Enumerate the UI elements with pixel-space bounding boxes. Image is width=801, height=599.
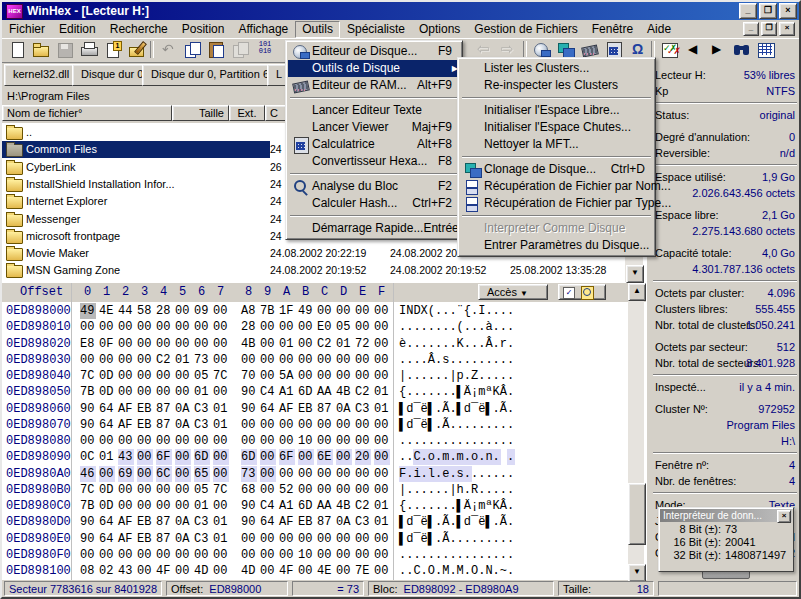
hex-byte[interactable]: 4D	[194, 563, 210, 579]
toolbar-print-button[interactable]	[78, 40, 100, 60]
hex-byte[interactable]: 00	[80, 352, 96, 368]
hex-byte[interactable]: 00	[336, 368, 352, 384]
hex-byte[interactable]: 00	[336, 433, 352, 449]
close-icon[interactable]: ×	[777, 510, 791, 523]
hex-byte[interactable]: 00	[137, 384, 153, 400]
hex-byte[interactable]: 01	[175, 352, 191, 368]
hex-byte[interactable]: 00	[213, 319, 229, 335]
hex-byte[interactable]: 00	[213, 466, 229, 482]
hex-byte[interactable]: 7C	[80, 482, 96, 498]
hex-byte[interactable]: 00	[156, 368, 172, 384]
hex-byte[interactable]: 00	[118, 352, 134, 368]
hex-byte[interactable]: 00	[156, 319, 172, 335]
hex-byte[interactable]: 90	[80, 531, 96, 547]
hex-byte[interactable]: 90	[80, 514, 96, 530]
hex-byte[interactable]: 00	[175, 563, 191, 579]
hex-byte[interactable]: 00	[279, 433, 295, 449]
ascii-char[interactable]: .	[507, 514, 515, 530]
menu-item-clonage-de-disque[interactable]: Clonage de Disque...Ctrl+D	[460, 161, 653, 178]
hex-byte[interactable]: 00	[213, 433, 229, 449]
hex-byte[interactable]: 00	[175, 466, 191, 482]
ascii-char[interactable]: .	[507, 482, 515, 498]
hex-byte[interactable]: 00	[374, 352, 390, 368]
hex-byte[interactable]: 00	[80, 319, 96, 335]
hex-byte[interactable]: 01	[374, 514, 390, 530]
hex-byte[interactable]: 00	[118, 319, 134, 335]
hex-byte[interactable]: 00	[137, 449, 153, 465]
hex-byte[interactable]: EB	[137, 401, 153, 417]
hex-byte[interactable]: 7C	[80, 368, 96, 384]
hex-byte[interactable]: 00	[279, 547, 295, 563]
menu-item-editeur-de-disque[interactable]: Editeur de Disque...F9	[288, 43, 460, 60]
hex-byte[interactable]: 00	[99, 466, 115, 482]
hex-byte[interactable]: E0	[317, 319, 333, 335]
menu-item-d-marrage-rapide[interactable]: Démarrage Rapide...Entrée	[288, 220, 460, 237]
hex-byte[interactable]: AF	[118, 531, 134, 547]
hex-byte[interactable]: 00	[298, 449, 314, 465]
hex-byte[interactable]: 1F	[279, 303, 295, 319]
ascii-char[interactable]: .	[507, 563, 515, 579]
ascii-char[interactable]: .	[507, 319, 515, 335]
hex-byte[interactable]: 00	[374, 336, 390, 352]
hex-byte[interactable]: 00	[137, 563, 153, 579]
hex-byte[interactable]: 00	[260, 449, 276, 465]
ascii-char[interactable]: .	[507, 531, 515, 547]
hex-byte[interactable]: 6F	[156, 449, 172, 465]
hex-byte[interactable]: 90	[241, 401, 257, 417]
menu-item-initialiser-l-espace-chutes[interactable]: Initialiser l'Espace Chutes...	[460, 119, 653, 136]
hex-byte[interactable]: 00	[374, 303, 390, 319]
hex-byte[interactable]: 00	[298, 563, 314, 579]
hex-byte[interactable]: 28	[156, 303, 172, 319]
hex-byte[interactable]: 0D	[99, 368, 115, 384]
hex-byte[interactable]: 6E	[317, 449, 333, 465]
hex-byte[interactable]: 00	[175, 482, 191, 498]
hex-byte[interactable]: C4	[260, 498, 276, 514]
hex-byte[interactable]: 68	[241, 482, 257, 498]
hex-byte[interactable]: 00	[194, 319, 210, 335]
hex-byte[interactable]: 00	[317, 466, 333, 482]
hex-byte[interactable]: EB	[298, 514, 314, 530]
toolbar-copy-button[interactable]	[182, 40, 204, 60]
hex-byte[interactable]: 00	[260, 547, 276, 563]
hex-byte[interactable]: 87	[317, 401, 333, 417]
menubar-item-recherche[interactable]: Recherche	[103, 21, 175, 38]
hex-byte[interactable]: 00	[260, 531, 276, 547]
hex-byte[interactable]: 00	[241, 352, 257, 368]
hex-byte[interactable]: 4E	[99, 303, 115, 319]
toolbar-file-properties-button[interactable]	[102, 40, 124, 60]
hex-byte[interactable]: 00	[355, 303, 371, 319]
hex-byte[interactable]: 00	[355, 531, 371, 547]
hex-byte[interactable]: EB	[137, 514, 153, 530]
hex-byte[interactable]: 01	[374, 401, 390, 417]
hex-byte[interactable]: 00	[99, 352, 115, 368]
hex-byte[interactable]: 00	[260, 417, 276, 433]
hex-byte[interactable]: 46	[80, 466, 96, 482]
list-item[interactable]: MSN Gaming Zone24.08.2002 20:19:5224.08.…	[2, 262, 646, 279]
hex-byte[interactable]: AF	[279, 401, 295, 417]
hex-byte[interactable]: 00	[298, 466, 314, 482]
hex-byte[interactable]: 00	[118, 547, 134, 563]
hex-byte[interactable]: 64	[99, 531, 115, 547]
hex-byte[interactable]: C3	[194, 401, 210, 417]
hex-byte[interactable]: 00	[355, 352, 371, 368]
hex-byte[interactable]: 02	[99, 563, 115, 579]
hex-byte[interactable]: 7C	[213, 482, 229, 498]
file-column-header-0[interactable]: Nom de fichier°	[2, 105, 172, 121]
hex-byte[interactable]: 00	[317, 433, 333, 449]
close-button[interactable]: ×	[779, 3, 797, 19]
menu-item-r-cup-ration-de-fichier-par-nom[interactable]: Récupération de Fichier par Nom...	[460, 178, 653, 195]
hex-byte[interactable]: 00	[99, 433, 115, 449]
hex-byte[interactable]: 00	[118, 498, 134, 514]
hex-byte[interactable]: 00	[213, 563, 229, 579]
menu-item-editeur-de-ram[interactable]: Editeur de RAM...Alt+F9	[288, 77, 460, 94]
hex-byte[interactable]: 01	[194, 498, 210, 514]
hex-byte[interactable]: 00	[336, 303, 352, 319]
hex-byte[interactable]: 00	[80, 547, 96, 563]
hex-byte[interactable]: 01	[213, 514, 229, 530]
hex-byte[interactable]: 6D	[298, 384, 314, 400]
ascii-char[interactable]: .	[507, 303, 515, 319]
hex-byte[interactable]: 7B	[260, 303, 276, 319]
hex-byte[interactable]: 0D	[99, 498, 115, 514]
hex-byte[interactable]: C3	[355, 514, 371, 530]
hex-byte[interactable]: 00	[137, 482, 153, 498]
